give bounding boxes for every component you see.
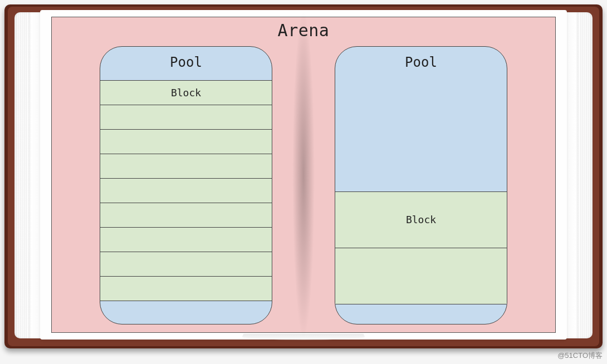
- block: [100, 178, 272, 203]
- block: Block: [335, 191, 507, 248]
- block: [100, 154, 272, 179]
- pool-right-block-stack: Block: [335, 191, 507, 304]
- block: [100, 276, 272, 301]
- arena-box: Arena Pool Block: [51, 17, 556, 333]
- block: [100, 105, 272, 130]
- block: [100, 252, 272, 277]
- pool-right: Pool Block: [335, 46, 507, 324]
- arena-title: Arena: [52, 17, 555, 42]
- pool-left-block-stack: Block: [100, 80, 272, 304]
- block: [335, 248, 507, 304]
- block: Block: [100, 80, 272, 105]
- watermark-text: @51CTO博客: [557, 351, 603, 361]
- page-surface: Arena Pool Block: [40, 10, 567, 340]
- pools-row: Pool Block: [52, 46, 555, 332]
- book-frame: Arena Pool Block: [4, 4, 603, 348]
- pool-right-title: Pool: [335, 47, 507, 77]
- block: [100, 227, 272, 252]
- page-curl: [241, 334, 366, 340]
- pool-left: Pool Block: [100, 46, 272, 324]
- pool-left-title: Pool: [100, 47, 272, 77]
- book-cover: Arena Pool Block: [8, 7, 599, 346]
- block: [100, 129, 272, 154]
- block: [100, 203, 272, 228]
